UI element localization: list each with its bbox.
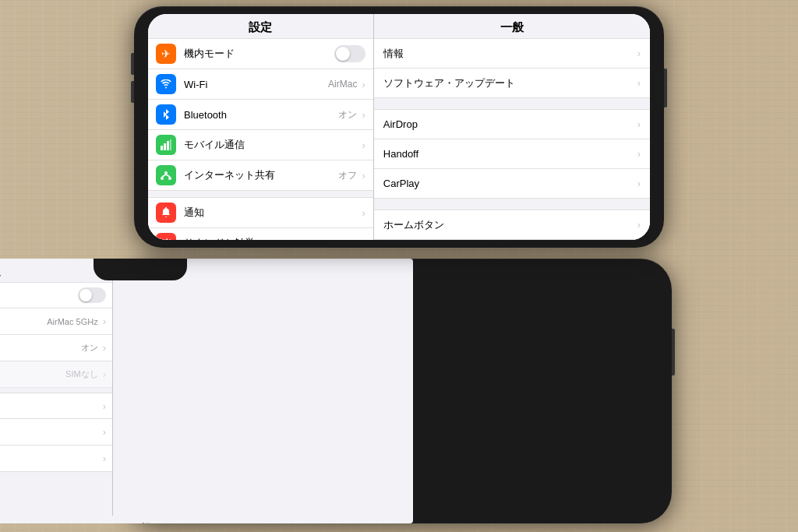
p2-setting-row-bluetooth[interactable]: Bluetooth オン › (0, 335, 112, 361)
bluetooth-chevron: › (362, 109, 365, 121)
svg-rect-2 (167, 141, 169, 150)
p2-notification-label: 通知 (0, 400, 103, 413)
general-row-airdrop[interactable]: AirDrop › (374, 110, 650, 139)
general-row-software-update[interactable]: ソフトウェア・アップデート › (374, 69, 650, 98)
p2-wifi-label: Wi-Fi (0, 316, 47, 327)
p2-setting-row-airplane[interactable]: ✈ 機内モード (0, 282, 112, 308)
phone1-general-group3: ホームボタン › (374, 210, 650, 240)
internet-icon (156, 165, 176, 185)
phone2-settings-panel: 設定 ✈ 機内モード Wi-Fi AirMac 5GHz (0, 259, 113, 523)
general-row-homebutton[interactable]: ホームボタン › (374, 210, 650, 240)
setting-row-wifi[interactable]: Wi-Fi AirMac › (148, 69, 373, 100)
setting-row-bluetooth[interactable]: Bluetooth オン › (148, 100, 373, 130)
general-row-carplay[interactable]: CarPlay › (374, 169, 650, 199)
wifi-label: Wi-Fi (184, 79, 328, 90)
p2-wifi-value: AirMac 5GHz (47, 317, 97, 326)
carplay-chevron: › (637, 178, 641, 189)
info-chevron: › (637, 48, 641, 59)
phone2-screen: 設定 ✈ 機内モード Wi-Fi AirMac 5GHz (0, 259, 413, 523)
airplane-label: 機内モード (184, 47, 334, 61)
general-row-handoff[interactable]: Handoff › (374, 139, 650, 169)
bluetooth-label: Bluetooth (184, 109, 338, 121)
setting-row-airplane[interactable]: ✈ 機内モード (148, 38, 373, 69)
phone1-screen: 設定 ✈ 機内モード Wi-Fi AirMac (148, 14, 650, 240)
info-label: 情報 (383, 47, 637, 61)
handoff-chevron: › (637, 148, 641, 160)
phone1-side-button-volume-up (131, 53, 134, 75)
airplane-toggle[interactable] (334, 45, 365, 62)
svg-line-8 (166, 174, 170, 177)
p2-airplane-toggle[interactable] (78, 287, 106, 303)
p2-bluetooth-label: Bluetooth (0, 343, 81, 354)
bluetooth-icon (156, 104, 176, 125)
cellular-chevron: › (362, 139, 365, 151)
phone1-general-title: 一般 (374, 14, 650, 38)
general-row-info[interactable]: 情報 › (374, 39, 650, 69)
cellular-label: モバイル通信 (184, 138, 362, 152)
svg-line-7 (162, 174, 166, 177)
phone2-settings-list: ✈ 機内モード Wi-Fi AirMac 5GHz › (0, 282, 112, 523)
bluetooth-value: オン (338, 108, 357, 122)
notification-icon (156, 203, 176, 223)
p2-setting-row-wifi[interactable]: Wi-Fi AirMac 5GHz › (0, 308, 112, 335)
p2-bluetooth-value: オン (81, 342, 98, 354)
p2-setting-row-sound[interactable]: サウンドと触覚 › (0, 419, 112, 446)
airdrop-label: AirDrop (383, 118, 637, 130)
svg-rect-1 (164, 143, 166, 150)
phone2-general-panel: 一般 情報 › ソフトウェア・アップデート › AirDrop › (0, 516, 291, 523)
wifi-icon (156, 74, 176, 94)
phone2-general-title: 一般 (0, 516, 291, 523)
internet-chevron: › (362, 170, 365, 181)
setting-row-sound[interactable]: サウンドと触覚 › (148, 228, 373, 240)
p2-donotdisturb-chevron: › (103, 453, 106, 464)
phone1-settings-title: 設定 (148, 14, 373, 38)
p2-setting-row-donotdisturb[interactable]: おやすみモード › (0, 446, 112, 472)
homebutton-label: ホームボタン (383, 218, 637, 232)
sound-label: サウンドと触覚 (184, 236, 362, 240)
p2-cellular-label: モバイル通信 (0, 368, 65, 381)
spacer1 (374, 98, 650, 109)
p2-sound-chevron: › (103, 426, 106, 438)
phone2-notch (94, 259, 187, 280)
phone1-side-button-power (664, 69, 667, 107)
handoff-label: Handoff (383, 148, 637, 160)
svg-point-6 (168, 177, 171, 180)
setting-row-internet[interactable]: インターネット共有 オフ › (148, 160, 373, 191)
airdrop-chevron: › (637, 118, 641, 130)
svg-rect-3 (170, 139, 171, 150)
phone1-side-button-volume-down (131, 81, 134, 103)
wifi-value: AirMac (328, 79, 357, 90)
p2-cellular-chevron: › (103, 368, 106, 380)
p2-notification-chevron: › (103, 400, 106, 412)
svg-point-5 (161, 177, 164, 180)
sound-chevron: › (362, 238, 365, 241)
phone1-general-group2: AirDrop › Handoff › CarPlay › (374, 109, 650, 199)
svg-rect-0 (161, 146, 163, 150)
p2-cellular-value: SIMなし (65, 368, 98, 380)
internet-value: オフ (338, 169, 357, 182)
setting-row-cellular[interactable]: モバイル通信 › (148, 130, 373, 160)
notification-chevron: › (362, 207, 365, 219)
p2-donotdisturb-label: おやすみモード (0, 452, 103, 465)
spacer2 (374, 199, 650, 210)
internet-label: インターネット共有 (184, 168, 338, 182)
software-update-label: ソフトウェア・アップデート (383, 76, 637, 90)
phone1-settings-list: ✈ 機内モード Wi-Fi AirMac › (148, 38, 373, 240)
wifi-chevron: › (362, 79, 365, 90)
cellular-icon (156, 135, 176, 155)
setting-row-notification[interactable]: 通知 › (148, 197, 373, 228)
p2-bluetooth-chevron: › (103, 342, 106, 354)
p2-setting-row-cellular[interactable]: モバイル通信 SIMなし › (0, 361, 112, 388)
p2-sound-label: サウンドと触覚 (0, 425, 103, 439)
p2-airplane-label: 機内モード (0, 289, 78, 302)
airplane-icon: ✈ (156, 44, 176, 64)
carplay-label: CarPlay (383, 178, 637, 189)
phone1-settings-panel: 設定 ✈ 機内モード Wi-Fi AirMac (148, 14, 374, 240)
svg-point-4 (164, 171, 168, 174)
p2-setting-row-notification[interactable]: 通知 › (0, 393, 112, 419)
homebutton-chevron: › (637, 219, 641, 231)
phone1-general-group1: 情報 › ソフトウェア・アップデート › (374, 38, 650, 98)
phone2-side-button-power (672, 329, 675, 375)
p2-wifi-chevron: › (103, 315, 106, 327)
notification-label: 通知 (184, 206, 362, 220)
